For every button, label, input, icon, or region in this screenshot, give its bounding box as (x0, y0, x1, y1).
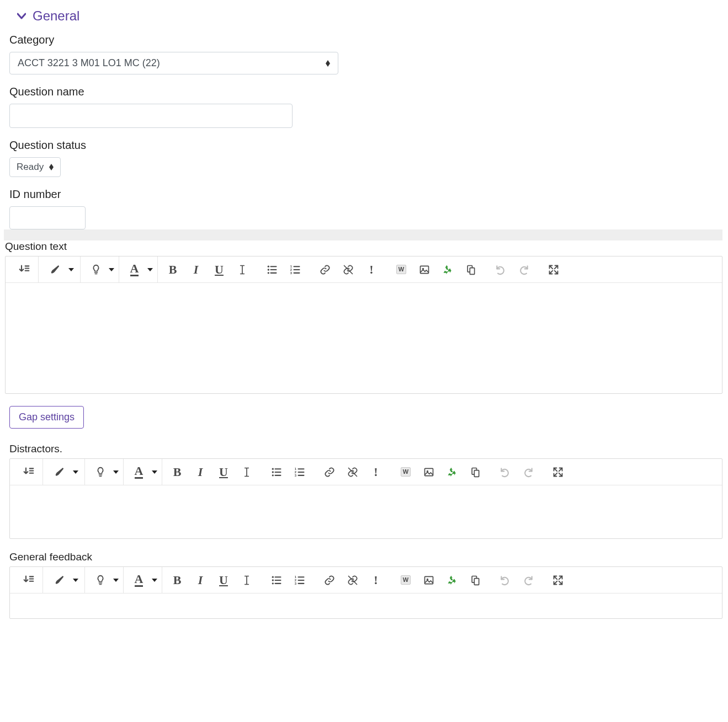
underline-button[interactable]: U (213, 570, 234, 591)
paste-icon[interactable] (460, 259, 481, 280)
unordered-list-icon[interactable] (266, 462, 287, 483)
unlink-icon[interactable] (342, 570, 363, 591)
select-caret-icon (49, 164, 54, 170)
brush-icon[interactable] (50, 570, 71, 591)
italic-button[interactable]: I (190, 462, 211, 483)
general-feedback-area[interactable] (10, 593, 722, 618)
dropdown-caret-icon[interactable] (68, 268, 74, 272)
toggle-toolbar-icon[interactable] (14, 259, 35, 280)
redo-icon[interactable] (518, 462, 539, 483)
svg-point-12 (272, 474, 274, 476)
svg-point-2 (268, 272, 269, 274)
undo-icon[interactable] (495, 462, 516, 483)
fullscreen-icon[interactable] (543, 259, 564, 280)
ordered-list-icon[interactable]: 123 (289, 570, 310, 591)
font-style-button[interactable]: A (129, 570, 150, 591)
text-cursor-icon[interactable] (236, 462, 257, 483)
fullscreen-icon[interactable] (548, 462, 568, 483)
question-text-editor: ABIU123!W (5, 256, 722, 394)
paste-word-icon[interactable]: W (395, 570, 416, 591)
chevron-down-icon (17, 13, 26, 19)
image-icon[interactable] (418, 570, 439, 591)
paste-word-icon[interactable]: W (395, 462, 416, 483)
divider (4, 229, 722, 240)
dropdown-caret-icon[interactable] (109, 268, 114, 272)
question-name-label: Question name (9, 85, 722, 98)
unordered-list-icon[interactable] (266, 570, 287, 591)
text-cursor-icon[interactable] (236, 570, 257, 591)
general-feedback-label: General feedback (9, 551, 722, 563)
distractors-label: Distractors. (9, 443, 722, 455)
emphasis-button[interactable]: ! (365, 570, 386, 591)
dropdown-caret-icon[interactable] (73, 578, 78, 582)
general-section-header[interactable]: General (17, 8, 722, 24)
font-style-button[interactable]: A (124, 259, 145, 280)
select-caret-icon (326, 60, 330, 67)
text-cursor-icon[interactable] (232, 259, 253, 280)
brush-icon[interactable] (45, 259, 66, 280)
svg-rect-29 (474, 578, 479, 585)
fullscreen-icon[interactable] (548, 570, 568, 591)
toggle-toolbar-icon[interactable] (18, 462, 39, 483)
recycle-icon[interactable] (437, 259, 458, 280)
undo-icon[interactable] (490, 259, 511, 280)
svg-rect-19 (474, 470, 479, 477)
emphasis-button[interactable]: ! (365, 462, 386, 483)
editor-toolbar: ABIU123!W (10, 567, 722, 593)
paste-word-icon[interactable]: W (391, 259, 412, 280)
ordered-list-icon[interactable]: 123 (289, 462, 310, 483)
font-style-button[interactable]: A (129, 462, 150, 483)
bulb-icon[interactable] (90, 570, 111, 591)
paste-icon[interactable] (465, 570, 486, 591)
redo-icon[interactable] (518, 570, 539, 591)
dropdown-caret-icon[interactable] (152, 578, 157, 582)
dropdown-caret-icon[interactable] (147, 268, 153, 272)
link-icon[interactable] (319, 570, 340, 591)
italic-button[interactable]: I (190, 570, 211, 591)
redo-icon[interactable] (513, 259, 534, 280)
italic-button[interactable]: I (185, 259, 206, 280)
svg-point-20 (272, 576, 274, 577)
gap-settings-button[interactable]: Gap settings (9, 406, 84, 429)
question-status-label: Question status (9, 139, 722, 152)
svg-point-10 (272, 468, 274, 469)
underline-button[interactable]: U (213, 462, 234, 483)
underline-button[interactable]: U (209, 259, 230, 280)
question-name-input[interactable] (9, 104, 293, 128)
bold-button[interactable]: B (162, 259, 183, 280)
unlink-icon[interactable] (342, 462, 363, 483)
brush-icon[interactable] (50, 462, 71, 483)
link-icon[interactable] (315, 259, 336, 280)
bold-button[interactable]: B (167, 462, 188, 483)
unordered-list-icon[interactable] (262, 259, 283, 280)
question-status-select[interactable]: Ready (9, 157, 61, 177)
svg-text:3: 3 (295, 581, 297, 585)
id-number-label: ID number (9, 188, 722, 201)
editor-toolbar: ABIU123!W (6, 256, 722, 283)
image-icon[interactable] (414, 259, 435, 280)
toggle-toolbar-icon[interactable] (18, 570, 39, 591)
svg-text:3: 3 (295, 473, 297, 477)
category-select[interactable]: ACCT 3221 3 M01 LO1 MC (22) (9, 52, 338, 74)
dropdown-caret-icon[interactable] (113, 578, 119, 582)
svg-rect-26 (425, 576, 433, 584)
emphasis-button[interactable]: ! (361, 259, 382, 280)
bold-button[interactable]: B (167, 570, 188, 591)
question-text-area[interactable] (6, 283, 722, 393)
undo-icon[interactable] (495, 570, 516, 591)
image-icon[interactable] (418, 462, 439, 483)
bulb-icon[interactable] (90, 462, 111, 483)
dropdown-caret-icon[interactable] (113, 470, 119, 474)
paste-icon[interactable] (465, 462, 486, 483)
distractors-area[interactable] (10, 485, 722, 538)
svg-point-11 (272, 471, 274, 473)
unlink-icon[interactable] (338, 259, 359, 280)
dropdown-caret-icon[interactable] (73, 470, 78, 474)
dropdown-caret-icon[interactable] (152, 470, 157, 474)
bulb-icon[interactable] (86, 259, 107, 280)
recycle-icon[interactable] (442, 462, 463, 483)
link-icon[interactable] (319, 462, 340, 483)
id-number-input[interactable] (9, 206, 86, 229)
ordered-list-icon[interactable]: 123 (285, 259, 306, 280)
recycle-icon[interactable] (442, 570, 463, 591)
